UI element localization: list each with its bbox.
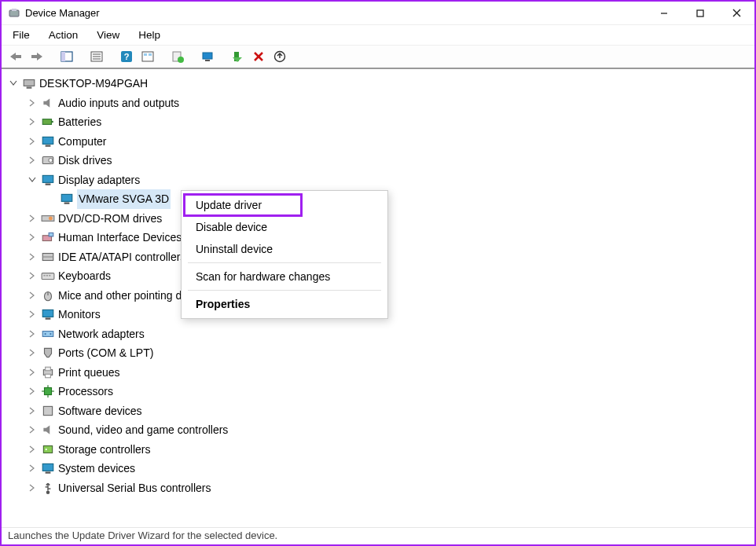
- context-scan-hardware[interactable]: Scan for hardware changes: [182, 266, 387, 288]
- svg-rect-52: [46, 318, 51, 320]
- svg-point-66: [46, 449, 47, 450]
- category-sound[interactable]: Sound, video and game controllers: [5, 420, 751, 440]
- category-display[interactable]: Display adapters: [5, 170, 751, 190]
- tree-root[interactable]: DESKTOP-M94PGAH: [5, 74, 751, 93]
- svg-rect-18: [149, 53, 152, 56]
- expander-right-icon[interactable]: [27, 367, 38, 378]
- forward-button[interactable]: [28, 47, 46, 66]
- expander-right-icon[interactable]: [27, 347, 38, 358]
- properties-button[interactable]: [87, 47, 106, 66]
- category-label: Software devices: [58, 401, 142, 421]
- expander-right-icon[interactable]: [27, 386, 38, 397]
- category-processors[interactable]: Processors: [5, 382, 751, 401]
- svg-rect-67: [42, 464, 53, 471]
- context-disable-device[interactable]: Disable device: [182, 216, 387, 238]
- category-storage[interactable]: Storage controllers: [5, 440, 751, 460]
- expander-right-icon[interactable]: [27, 463, 38, 474]
- expander-right-icon[interactable]: [27, 444, 38, 455]
- category-label: Audio inputs and outputs: [58, 93, 179, 113]
- expander-right-icon[interactable]: [27, 213, 38, 224]
- category-label: Network adapters: [58, 324, 145, 344]
- category-label: Computer: [58, 132, 106, 152]
- statusbar: Launches the Update Driver Wizard for th…: [2, 527, 754, 544]
- category-label: Batteries: [58, 112, 101, 132]
- computer-icon: [22, 76, 36, 90]
- maximize-button[interactable]: [682, 2, 718, 25]
- enable-device-button[interactable]: [228, 47, 247, 66]
- svg-rect-58: [46, 374, 51, 378]
- back-button[interactable]: [6, 47, 25, 66]
- svg-rect-35: [42, 175, 53, 182]
- category-label: Print queues: [58, 363, 120, 383]
- expander-right-icon[interactable]: [27, 97, 38, 108]
- uninstall-button[interactable]: [249, 47, 268, 66]
- category-computer[interactable]: Computer: [5, 132, 751, 152]
- expander-right-icon[interactable]: [27, 482, 38, 493]
- category-label: Storage controllers: [58, 440, 151, 460]
- minimize-button[interactable]: [646, 2, 682, 25]
- category-usb[interactable]: Universal Serial Bus controllers: [5, 478, 751, 498]
- category-print[interactable]: Print queues: [5, 363, 751, 383]
- category-audio[interactable]: Audio inputs and outputs: [5, 93, 751, 113]
- expander-right-icon[interactable]: [27, 424, 38, 435]
- svg-point-40: [49, 216, 53, 220]
- category-software[interactable]: Software devices: [5, 401, 751, 421]
- category-batteries[interactable]: Batteries: [5, 112, 751, 132]
- expander-right-icon[interactable]: [27, 136, 38, 147]
- help-button[interactable]: ?: [117, 47, 136, 66]
- svg-rect-16: [142, 52, 153, 61]
- display-adapter-icon: [41, 173, 55, 187]
- expander-right-icon[interactable]: [27, 270, 38, 281]
- expander-down-icon[interactable]: [27, 174, 38, 185]
- expander-right-icon[interactable]: [27, 251, 38, 262]
- hid-icon: [41, 230, 55, 244]
- expander-right-icon[interactable]: [27, 232, 38, 243]
- disk-icon: [41, 153, 55, 167]
- battery-icon: [41, 115, 55, 129]
- port-icon: [41, 346, 55, 360]
- svg-rect-22: [205, 60, 210, 61]
- context-uninstall-device[interactable]: Uninstall device: [182, 238, 387, 260]
- category-system[interactable]: System devices: [5, 459, 751, 478]
- update-driver-button[interactable]: [168, 47, 187, 66]
- show-hide-tree-button[interactable]: [57, 47, 76, 66]
- expander-right-icon[interactable]: [27, 405, 38, 416]
- view-devices-button[interactable]: [138, 47, 157, 66]
- svg-rect-42: [49, 233, 53, 237]
- software-icon: [41, 404, 55, 418]
- context-separator: [188, 290, 381, 291]
- category-disk[interactable]: Disk drives: [5, 151, 751, 170]
- close-button[interactable]: [718, 2, 754, 25]
- svg-rect-64: [43, 406, 52, 415]
- controller-icon: [41, 250, 55, 264]
- category-label: Human Interface Devices: [58, 228, 182, 247]
- svg-rect-38: [64, 203, 70, 204]
- context-update-driver[interactable]: Update driver: [182, 194, 387, 216]
- svg-rect-29: [42, 119, 51, 125]
- scan-hardware-button[interactable]: [198, 47, 217, 66]
- mouse-icon: [41, 288, 55, 302]
- menu-view[interactable]: View: [89, 27, 127, 42]
- svg-rect-57: [46, 367, 51, 371]
- category-network[interactable]: Network adapters: [5, 324, 751, 344]
- add-legacy-button[interactable]: [270, 47, 289, 66]
- expander-right-icon[interactable]: [27, 116, 38, 127]
- svg-point-34: [49, 159, 53, 163]
- category-label: Keyboards: [58, 266, 111, 286]
- menu-file[interactable]: File: [5, 27, 38, 42]
- menu-help[interactable]: Help: [130, 27, 168, 42]
- expander-down-icon[interactable]: [8, 78, 19, 89]
- speaker-icon: [41, 96, 55, 110]
- svg-point-55: [50, 333, 51, 335]
- expander-right-icon[interactable]: [27, 290, 38, 301]
- expander-right-icon[interactable]: [27, 309, 38, 320]
- menu-action[interactable]: Action: [41, 27, 86, 42]
- expander-right-icon[interactable]: [27, 328, 38, 339]
- context-properties[interactable]: Properties: [182, 293, 387, 315]
- category-label: DVD/CD-ROM drives: [58, 209, 162, 229]
- system-icon: [41, 461, 55, 475]
- category-ports[interactable]: Ports (COM & LPT): [5, 343, 751, 363]
- expander-right-icon[interactable]: [27, 155, 38, 166]
- svg-rect-65: [43, 445, 52, 453]
- svg-rect-27: [24, 80, 35, 86]
